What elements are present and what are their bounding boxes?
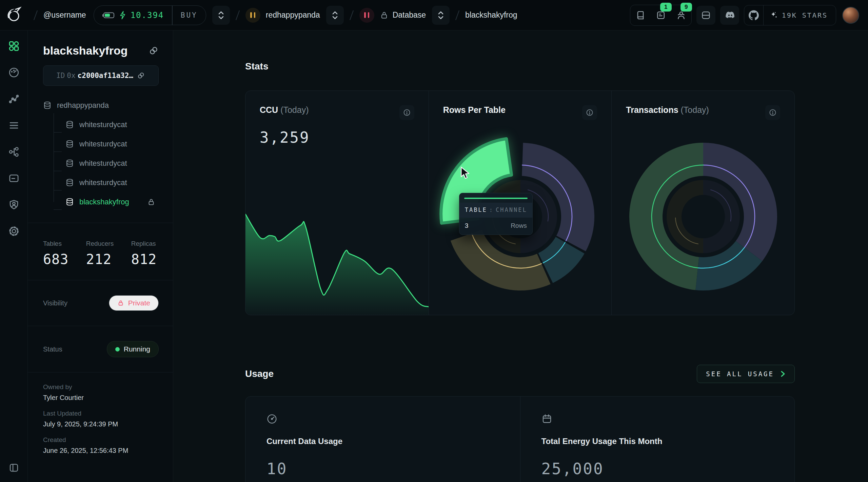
breadcrumb-separator	[34, 10, 38, 20]
info-icon	[586, 109, 593, 116]
transactions-card: Transactions (Today)	[611, 91, 794, 315]
open-link-icon[interactable]	[149, 46, 159, 56]
app-logo[interactable]	[0, 6, 28, 24]
tooltip-count: 3	[465, 222, 469, 229]
rail-item-charts[interactable]	[4, 89, 23, 108]
username-button[interactable]: @username	[43, 11, 86, 20]
last-updated: July 9, 2025, 9:24:39 PM	[43, 420, 159, 428]
info-button[interactable]	[765, 105, 780, 120]
database-status-icon	[359, 8, 374, 23]
chevron-right-icon	[780, 370, 786, 377]
panel-title: blackshakyfrog	[43, 44, 127, 57]
identity-switcher[interactable]	[212, 6, 230, 25]
github-stars-pill: 19K STARS	[744, 5, 836, 25]
discord-icon	[725, 11, 735, 20]
info-icon	[403, 109, 411, 116]
status-row: Status Running	[43, 326, 159, 372]
github-stars-count[interactable]: 19K STARS	[782, 11, 836, 19]
github-icon	[749, 10, 759, 20]
server-icon	[701, 10, 711, 20]
rail-item-topology[interactable]	[4, 142, 23, 161]
info-icon	[769, 109, 776, 116]
visibility-badge[interactable]: Private	[109, 295, 159, 311]
lock-icon	[147, 198, 155, 206]
ccu-area-chart	[245, 213, 429, 315]
database-detail-panel: blackshakyfrog ID 0x c2000af11a32… redha…	[28, 31, 173, 482]
user-avatar[interactable]	[842, 7, 859, 24]
energy-usage-card: Total Energy Usage This Month 25,000 Tot…	[520, 397, 795, 482]
breadcrumb-separator	[350, 10, 354, 20]
id-value: c2000af11a32…	[78, 72, 133, 80]
id-prefix: 0x	[67, 72, 75, 80]
section-switcher[interactable]	[432, 6, 450, 25]
top-bar: @username 10.394 BUY redhappypanda	[0, 0, 868, 31]
breadcrumb-project[interactable]: redhappypanda	[266, 11, 320, 20]
discord-button[interactable]	[720, 6, 739, 25]
collapse-panel-button[interactable]	[4, 458, 23, 477]
chevron-up-down-icon	[437, 11, 445, 20]
rail-item-databases[interactable]	[4, 116, 23, 135]
tooltip-body: 3 Rows	[459, 218, 532, 235]
energy-balance-pill: 10.394 BUY	[94, 5, 206, 25]
updates-button[interactable]: 1	[651, 6, 670, 25]
tree-item-project[interactable]: redhappypanda	[43, 96, 159, 115]
rail-item-dashboard[interactable]	[4, 37, 23, 56]
transactions-title: Transactions (Today)	[626, 105, 709, 115]
rail-item-metrics[interactable]	[4, 63, 23, 82]
rail-item-console[interactable]	[4, 169, 23, 188]
stats-heading: Stats	[245, 61, 795, 72]
energy-balance[interactable]: 10.394	[94, 11, 172, 20]
stat-reducers: Reducers 212	[86, 240, 114, 267]
data-usage-card: Current Data Usage 10 Bytes	[245, 397, 520, 482]
buy-energy-button[interactable]: BUY	[173, 6, 206, 25]
tree-item-replica[interactable]: whitesturdycat	[43, 154, 159, 173]
chevron-up-down-icon	[331, 11, 339, 20]
identity-copy-box[interactable]: ID 0x c2000af11a32…	[43, 65, 159, 86]
transactions-donut-chart[interactable]	[615, 128, 791, 305]
rail-item-identity[interactable]	[4, 195, 23, 214]
docs-button[interactable]	[631, 6, 650, 25]
stat-replicas: Replicas 812	[131, 240, 157, 267]
battery-icon	[102, 11, 115, 19]
chart-tooltip: TABLE:CHANNEL 3 Rows	[459, 193, 533, 235]
id-label: ID	[56, 72, 65, 80]
rail-item-settings[interactable]	[4, 222, 23, 241]
breadcrumb-section[interactable]: Database	[393, 11, 426, 20]
database-icon	[65, 140, 74, 148]
panel-stats: Tables 683 Reducers 212 Replicas 812	[43, 223, 159, 267]
spacetime-logo-icon	[5, 6, 23, 24]
see-all-usage-button[interactable]: SEE ALL USAGE	[697, 365, 795, 383]
tree-item-replica[interactable]: whitesturdycat	[43, 173, 159, 192]
servers-button[interactable]	[696, 6, 715, 25]
usage-card-title: Total Energy Usage This Month	[541, 437, 774, 446]
ccu-card: CCU (Today) 3,259	[245, 91, 429, 315]
info-button[interactable]	[399, 105, 414, 120]
tooltip-header: TABLE:CHANNEL	[459, 203, 532, 218]
usage-card-value: 25,000	[541, 460, 774, 478]
copy-icon	[137, 71, 145, 80]
usage-cards: Current Data Usage 10 Bytes Total Energy…	[245, 396, 795, 482]
tree-item-selected-database[interactable]: blackshakyfrog	[43, 192, 159, 212]
usage-card-value: 10	[267, 460, 499, 478]
gauge-icon	[267, 414, 277, 424]
tree-item-replica[interactable]: whitesturdycat	[43, 134, 159, 154]
tree-item-replica[interactable]: whitesturdycat	[43, 115, 159, 134]
book-icon	[635, 10, 646, 20]
rows-per-table-card: Rows Per Table TABLE:CHANNEL 3 Rows	[429, 91, 612, 315]
community-button[interactable]: 9	[672, 6, 691, 25]
gear-icon	[8, 225, 20, 237]
project-status-icon	[245, 8, 260, 23]
stat-tables: Tables 683	[43, 240, 68, 267]
status-dot	[115, 347, 120, 352]
rows-title: Rows Per Table	[443, 105, 506, 115]
project-switcher[interactable]	[326, 6, 344, 25]
database-icon	[43, 101, 52, 109]
lock-icon	[117, 300, 124, 306]
github-button[interactable]	[744, 6, 763, 25]
breadcrumb-separator	[455, 10, 459, 20]
info-button[interactable]	[582, 105, 597, 120]
lock-icon	[380, 11, 389, 20]
shield-user-icon	[8, 199, 20, 210]
sidebar-rail	[0, 31, 28, 482]
database-icon	[65, 120, 74, 129]
